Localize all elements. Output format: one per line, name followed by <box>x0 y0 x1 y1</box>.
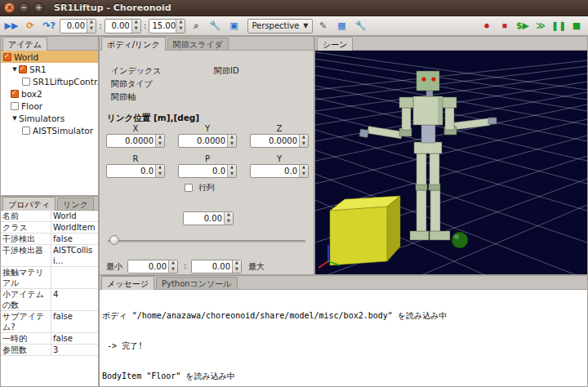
wrench-icon[interactable]: 🔧 <box>207 18 223 33</box>
tree-item-label: Floor <box>21 101 42 111</box>
update-pose-icon[interactable]: ↷? <box>41 18 57 33</box>
scene-canvas <box>315 51 587 274</box>
item-checkbox[interactable] <box>11 102 19 110</box>
play-forward-icon[interactable]: ▶▶ <box>3 18 20 33</box>
collision-grid-icon[interactable]: ▦ <box>334 18 350 33</box>
spin-arrows[interactable]: ▲▼ <box>227 135 236 147</box>
green-ball[interactable] <box>452 232 468 248</box>
scene-3d-view[interactable] <box>315 51 587 274</box>
tree-item-simulators[interactable]: ▼ Simulators <box>1 112 98 124</box>
time-current-spinbox[interactable]: 0.00 ▲▼ <box>60 19 96 33</box>
resume-simulation-icon[interactable]: ≫ <box>532 18 549 33</box>
property-row: 名前 World <box>1 211 98 222</box>
maximize-button[interactable]: + <box>33 2 44 13</box>
y-position-spinbox[interactable]: 0.0000 ▲▼ <box>178 134 237 148</box>
tree-item-label: AISTSimulator <box>33 126 93 136</box>
spin-arrows[interactable]: ▲▼ <box>155 165 164 177</box>
tab-python-console[interactable]: Pythonコンソール <box>156 277 238 289</box>
tool-icon[interactable]: 🔧 <box>353 18 369 33</box>
tree-item-sr1liftupcontroller[interactable]: SR1LiftupContr... <box>1 75 98 87</box>
robot-left-upper-arm <box>402 108 411 130</box>
matrix-checkbox-row[interactable]: 行列 <box>185 182 215 194</box>
message-log[interactable]: ボディ "/home/anazawa/choreonoid/share/mode… <box>100 290 587 386</box>
z-position-spinbox[interactable]: 0.0000 ▲▼ <box>250 134 309 148</box>
roll-spinbox[interactable]: 0.0 ▲▼ <box>106 164 165 178</box>
joint-value-spinbox[interactable]: 0.00 ▲▼ <box>183 211 234 225</box>
body-link-tabbar: ボディ/リンク 関節スライダ <box>100 37 314 51</box>
stop-simulation-icon[interactable]: ■ <box>568 18 585 33</box>
link-position-header: リンク位置 [m],[deg] <box>107 113 199 124</box>
time-start-spinbox[interactable]: 0.00 ▲▼ <box>105 19 141 33</box>
joint-type-label: 関節タイプ <box>111 78 153 90</box>
spin-arrows[interactable]: ▲▼ <box>227 165 236 177</box>
robot-right-eye <box>431 77 435 81</box>
measure-icon[interactable]: ✎ <box>315 18 332 33</box>
zoom-icon[interactable]: ⌕ <box>188 18 204 33</box>
spin-arrows[interactable]: ▲▼ <box>131 20 140 33</box>
start-simulation-icon[interactable]: $▶ <box>514 18 531 33</box>
spin-arrows[interactable]: ▲▼ <box>299 135 308 147</box>
x-axis-label: X <box>106 124 165 133</box>
item-checkbox[interactable] <box>22 78 30 86</box>
time-end-spinbox[interactable]: 15.00 ▲▼ <box>149 19 185 33</box>
tab-joint-slider[interactable]: 関節スライダ <box>167 38 229 50</box>
tab-body-link[interactable]: ボディ/リンク <box>101 37 166 51</box>
tab-scene[interactable]: シーン <box>317 37 353 51</box>
tree-item-world[interactable]: World <box>1 51 98 63</box>
matrix-checkbox[interactable] <box>185 184 193 192</box>
item-checkbox[interactable] <box>3 53 11 61</box>
tab-message[interactable]: メッセージ <box>101 276 154 290</box>
log-line: BodyItem "Floor" を読み込み中 <box>102 371 585 381</box>
spin-arrows[interactable]: ▲▼ <box>155 135 164 147</box>
record-icon[interactable]: ⏺ <box>479 18 495 33</box>
expander-icon[interactable]: ▼ <box>11 115 19 122</box>
robot-right-shoulder <box>443 97 457 108</box>
item-checkbox[interactable] <box>11 90 19 98</box>
item-checkbox[interactable] <box>19 65 27 73</box>
pitch-spinbox[interactable]: 0.0 ▲▼ <box>178 164 237 178</box>
properties-panel: プロパティ リンク 名前 World クラス WorldItem 干渉検出 fa… <box>0 196 99 387</box>
tab-link[interactable]: リンク <box>57 198 94 210</box>
robot-right-foot <box>430 231 450 240</box>
spin-arrows[interactable]: ▲▼ <box>176 20 185 33</box>
property-table[interactable]: 名前 World クラス WorldItem 干渉検出 false 干渉検出器 … <box>1 211 98 386</box>
minimize-button[interactable]: − <box>19 2 29 13</box>
roll-axis-label: R <box>106 154 165 163</box>
body-link-panel: ボディ/リンク 関節スライダ インデックス 関節ID 関節タイプ 関節軸 リンク… <box>99 36 314 275</box>
slider-handle[interactable] <box>109 235 119 245</box>
expander-icon[interactable]: ▼ <box>11 66 19 73</box>
chevron-down-icon: ▼ <box>303 22 308 29</box>
spin-arrows[interactable]: ▲▼ <box>87 20 96 33</box>
message-tabbar: メッセージ Pythonコンソール <box>100 276 587 290</box>
property-row: サブアイテム? false <box>1 311 98 333</box>
property-row: 干渉検出 false <box>1 234 98 245</box>
yaw-spinbox[interactable]: 0.0 ▲▼ <box>250 164 309 178</box>
tree-item-sr1[interactable]: ▼ SR1 <box>1 63 98 75</box>
robot-neck <box>426 91 433 96</box>
spin-arrows[interactable]: ▲▼ <box>224 212 233 225</box>
property-row: 干渉検出器 AISTCollisi... <box>1 245 98 267</box>
tab-items[interactable]: アイテム <box>2 37 47 51</box>
yellow-box[interactable] <box>330 196 400 265</box>
tree-item-box2[interactable]: box2 <box>1 87 98 100</box>
projection-select[interactable]: Perspective ▼ <box>247 19 312 33</box>
scene-edit-icon[interactable]: ▣ <box>225 18 242 33</box>
spin-arrows[interactable]: ▲▼ <box>232 260 241 273</box>
spin-arrows[interactable]: ▲▼ <box>299 165 308 177</box>
item-tree[interactable]: World ▼ SR1 SR1LiftupContr... box2 Floor… <box>1 51 98 195</box>
titlebar[interactable]: × − + SR1Liftup - Choreonoid <box>0 0 588 16</box>
spin-arrows[interactable]: ▲▼ <box>168 260 177 273</box>
item-checkbox[interactable] <box>22 127 30 135</box>
joint-slider[interactable] <box>108 235 305 247</box>
range-min-spinbox[interactable]: 0.00 ▲▼ <box>127 260 178 274</box>
x-position-spinbox[interactable]: 0.0000 ▲▼ <box>106 134 165 148</box>
max-label: 最大 <box>248 261 265 273</box>
collision-toggle-icon[interactable]: ⏹ <box>497 18 513 33</box>
close-button[interactable]: × <box>4 2 15 13</box>
tree-item-aistsimulator[interactable]: AISTSimulator <box>1 124 98 136</box>
pause-simulation-icon[interactable]: ❚❚ <box>550 18 567 33</box>
tree-item-floor[interactable]: Floor <box>1 100 98 112</box>
range-max-spinbox[interactable]: 0.00 ▲▼ <box>191 260 242 274</box>
refresh-icon[interactable]: ⟳ <box>22 18 38 33</box>
tab-properties[interactable]: プロパティ <box>2 197 56 211</box>
